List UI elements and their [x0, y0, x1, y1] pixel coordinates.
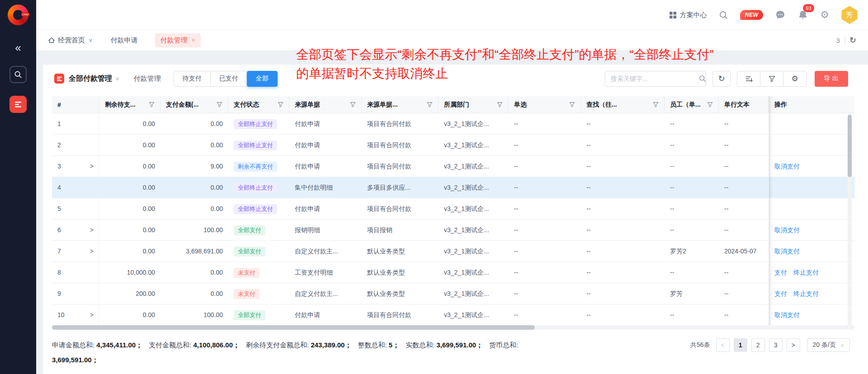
new-badge[interactable]: NEW: [740, 10, 764, 20]
cell-amount: 0.00: [160, 198, 228, 219]
segment-全部[interactable]: 全部: [247, 71, 278, 87]
global-search-icon[interactable]: [719, 10, 728, 20]
next-page-button[interactable]: >: [787, 338, 800, 352]
summary-value: 5；: [389, 341, 399, 349]
expand-row-icon[interactable]: >: [90, 241, 94, 262]
cell-source: 集中付款明细: [289, 177, 362, 198]
column-settings-button[interactable]: ⚙: [783, 71, 807, 87]
user-avatar[interactable]: 芳: [841, 6, 858, 24]
table-header-row: #剩余待支...支付金额(...支付状态来源单据来源单据...所属部门单选查找（…: [52, 96, 854, 113]
filter-button[interactable]: [760, 71, 783, 87]
sidebar-collapse-icon[interactable]: «: [15, 42, 21, 53]
cell-remain: 0.00: [99, 220, 160, 240]
status-badge: 未支付: [234, 289, 259, 299]
column-filter-icon[interactable]: [217, 102, 222, 108]
horizontal-scrollbar[interactable]: [52, 325, 854, 330]
search-submit-button[interactable]: [698, 71, 707, 86]
action-link-取消支付[interactable]: 取消支付: [774, 163, 800, 170]
refresh-table-button[interactable]: ↻: [712, 71, 731, 87]
column-filter-icon[interactable]: [497, 102, 503, 108]
vertical-scrollbar-thumb[interactable]: [848, 115, 852, 177]
expand-row-icon[interactable]: >: [90, 156, 94, 177]
search-input[interactable]: [605, 75, 698, 82]
solution-center-label: 方案中心: [680, 11, 707, 19]
page-button-3[interactable]: 3: [769, 338, 783, 352]
column-filter-icon[interactable]: [427, 102, 433, 108]
cell-num: 10>: [52, 304, 99, 325]
column-filter-icon[interactable]: [707, 102, 713, 108]
export-button[interactable]: 导出: [815, 71, 848, 87]
solution-center-button[interactable]: 方案中心: [669, 11, 707, 19]
column-filter-icon[interactable]: [569, 102, 575, 108]
vertical-scrollbar[interactable]: [848, 114, 852, 326]
cell-status: 全部支付: [228, 304, 289, 325]
sort-button[interactable]: [737, 71, 760, 87]
settings-gear-icon[interactable]: ⚙: [820, 9, 829, 21]
sidebar-search-button[interactable]: [9, 66, 27, 83]
cell-dept: v3_2_1测试企...: [439, 304, 509, 325]
page-size-select[interactable]: 20 条/页 ∨: [807, 338, 850, 352]
notifications-button[interactable]: 93: [797, 9, 808, 20]
cell-source_type: 多项目多供应...: [362, 177, 439, 198]
close-tab-icon[interactable]: ×: [192, 37, 195, 44]
column-filter-icon[interactable]: [653, 102, 659, 108]
sidebar-payment-app-button[interactable]: [9, 96, 27, 113]
cell-status: 剩余不再支付: [228, 156, 289, 177]
cell-ops: [769, 113, 854, 134]
segment-待支付[interactable]: 待支付: [174, 71, 211, 87]
expand-row-icon[interactable]: >: [90, 304, 94, 325]
page-button-2[interactable]: 2: [751, 338, 765, 352]
prev-page-button[interactable]: <: [716, 338, 730, 352]
filter-icon: [769, 75, 775, 82]
cell-text: --: [719, 177, 769, 198]
cell-source: 工资支付明细: [289, 262, 362, 283]
horizontal-scrollbar-thumb[interactable]: [52, 325, 535, 330]
column-filter-icon[interactable]: [149, 102, 155, 108]
status-badge: 全部终止支付: [234, 183, 277, 193]
summary-label: 整数总和:: [358, 341, 388, 349]
refresh-page-icon[interactable]: ↻: [849, 35, 856, 45]
column-filter-icon[interactable]: [350, 102, 356, 108]
action-link-终止支付[interactable]: 终止支付: [793, 269, 819, 276]
messages-icon[interactable]: [775, 9, 786, 20]
module-tab-payment-management[interactable]: 付款管理: [134, 75, 161, 83]
cell-amount: 0.00: [160, 177, 228, 198]
status-badge: 全部终止支付: [234, 204, 277, 214]
cell-radio: --: [509, 156, 581, 177]
payments-table: #剩余待支...支付金额(...支付状态来源单据来源单据...所属部门单选查找（…: [52, 96, 854, 326]
tab-付款管理[interactable]: 付款管理×: [155, 33, 201, 47]
cell-status: 全部终止支付: [228, 198, 289, 219]
page-button-1[interactable]: 1: [734, 338, 747, 352]
app-sidebar: CRM «: [0, 0, 36, 374]
view-title[interactable]: 全部付款管理: [69, 74, 112, 84]
cell-remain: 0.00: [99, 304, 160, 325]
expand-row-icon[interactable]: >: [90, 220, 94, 240]
column-header-dept: 所属部门: [439, 96, 509, 113]
action-link-支付[interactable]: 支付: [774, 290, 787, 297]
action-link-终止支付[interactable]: 终止支付: [793, 290, 819, 297]
status-badge: 全部支付: [234, 310, 265, 320]
action-link-取消支付[interactable]: 取消支付: [774, 311, 800, 318]
tab-付款申请[interactable]: 付款申请: [111, 36, 138, 45]
segment-已支付[interactable]: 已支付: [210, 71, 247, 87]
cell-remain: 0.00: [99, 135, 160, 155]
row-number: 5: [57, 198, 61, 219]
home-breadcrumb[interactable]: 经营首页 ∨: [48, 36, 93, 45]
cell-amount: 100.00: [160, 220, 228, 240]
action-link-取消支付[interactable]: 取消支付: [774, 226, 800, 234]
cell-source: 付款申请: [289, 135, 362, 155]
payment-list-icon: [54, 74, 64, 84]
cell-radio: --: [509, 135, 581, 155]
summary-label: 货币总和:: [489, 341, 518, 349]
view-caret-icon[interactable]: ∨: [115, 75, 119, 82]
action-link-支付[interactable]: 支付: [774, 269, 787, 276]
action-link-取消支付[interactable]: 取消支付: [774, 248, 800, 255]
column-header-source_type: 来源单据...: [362, 96, 439, 113]
table-tools-group: ⚙: [737, 71, 807, 87]
app-logo[interactable]: CRM: [8, 5, 28, 25]
column-label: 操作: [774, 101, 787, 109]
cell-source_type: 项目报销: [362, 220, 439, 240]
table-row: 3>0.009.00剩余不再支付付款申请项目有合同付款v3_2_1测试企...-…: [52, 156, 854, 177]
column-filter-icon[interactable]: [278, 102, 283, 108]
total-records-label: 共56条: [690, 341, 710, 349]
